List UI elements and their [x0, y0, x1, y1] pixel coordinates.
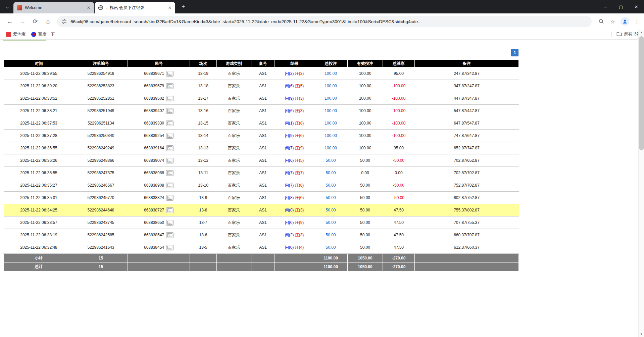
total-bet-link[interactable]: 100.00	[325, 121, 337, 126]
table-row[interactable]: 2025-11-22 06:33:57522986243745663838650…	[4, 216, 519, 229]
foot-cell	[217, 254, 251, 262]
cell-total-bet: 50.00	[314, 216, 348, 229]
column-header: 有效投注	[348, 60, 383, 67]
vertical-scrollbar[interactable]: ▲ ▼	[638, 30, 644, 337]
cell-game-type: 百家乐	[217, 130, 251, 142]
cell-time: 2025-11-22 06:32:48	[4, 241, 74, 254]
total-bet-link[interactable]: 100.00	[325, 84, 337, 88]
foot-cell: 1100.00	[314, 262, 348, 271]
cell-table-no: AS1	[251, 216, 275, 229]
round-media-icon[interactable]	[166, 71, 174, 77]
cell-round: 663839671	[128, 67, 190, 80]
table-row[interactable]: 2025-11-22 06:37:53522986251134663839330…	[4, 117, 519, 130]
table-row[interactable]: 2025-11-22 06:36:55522986249249663839164…	[4, 142, 519, 154]
cell-time: 2025-11-22 06:34:25	[4, 204, 74, 216]
table-row[interactable]: 2025-11-22 06:38:21522986251949663839407…	[4, 105, 519, 117]
round-media-icon[interactable]	[166, 232, 174, 238]
round-media-icon[interactable]	[166, 121, 174, 126]
foot-cell: 小计	[4, 254, 74, 262]
tab-welcome[interactable]: Welcome ✕	[13, 2, 94, 13]
round-media-icon[interactable]	[166, 83, 174, 89]
cell-result: 闲(8) 庄(0)	[275, 192, 314, 204]
total-bet-link[interactable]: 50.00	[326, 233, 336, 237]
total-bet-link[interactable]: 100.00	[325, 108, 337, 113]
address-bar[interactable]: 66cxkj98.com/game/betrecord_search/kind3…	[57, 16, 592, 27]
table-row[interactable]: 2025-11-22 06:38:52522986252851663839502…	[4, 92, 519, 105]
forward-button[interactable]: →	[17, 16, 28, 27]
total-bet-link[interactable]: 50.00	[326, 220, 336, 225]
zoom-indicator-icon[interactable]	[598, 18, 605, 25]
tab-title: :::视讯 会员下注纪录:::	[106, 5, 167, 11]
table-row[interactable]: 2025-11-22 06:36:26522986248366663839074…	[4, 154, 519, 167]
total-bet-link[interactable]: 100.00	[325, 146, 337, 150]
bookmark-star-icon[interactable]: ☆	[609, 18, 616, 25]
column-header: 场次	[190, 60, 217, 67]
total-bet-link[interactable]: 50.00	[326, 158, 336, 163]
profile-avatar-icon[interactable]	[621, 17, 629, 26]
pagination-page-1[interactable]: 1	[511, 49, 518, 56]
cell-payout: 47.50	[383, 229, 415, 241]
table-row[interactable]: 2025-11-22 06:35:01522986245770663838824…	[4, 192, 519, 204]
total-bet-link[interactable]: 50.00	[326, 183, 336, 188]
total-bet-link[interactable]: 50.00	[326, 195, 336, 200]
table-row[interactable]: 2025-11-22 06:39:55522986254919663839671…	[4, 67, 519, 80]
scrollbar-thumb[interactable]	[639, 36, 644, 150]
round-media-icon[interactable]	[166, 183, 174, 188]
scroll-down-icon[interactable]: ▼	[639, 331, 644, 337]
back-button[interactable]: ←	[4, 16, 15, 27]
bookmark-aitaobao[interactable]: 爱淘宝	[3, 31, 29, 38]
table-row[interactable]: 2025-11-22 06:34:25522986244648663838727…	[4, 204, 519, 216]
round-media-icon[interactable]	[166, 145, 174, 151]
table-row[interactable]: 2025-11-22 06:35:55522986247375663838988…	[4, 167, 519, 179]
table-row[interactable]: 2025-11-22 06:39:20522986253823663839579…	[4, 80, 519, 92]
round-number: 663839254	[144, 133, 164, 138]
maximize-button[interactable]: ▢	[613, 0, 629, 13]
foot-cell	[190, 254, 217, 262]
bookmark-baidu[interactable]: 百度一下	[29, 31, 58, 38]
tab-bet-record[interactable]: :::视讯 会员下注纪录::: ✕	[95, 2, 175, 13]
tab-close-icon[interactable]: ✕	[86, 5, 91, 10]
total-bet-link[interactable]: 50.00	[326, 208, 336, 212]
tab-close-icon[interactable]: ✕	[167, 5, 172, 10]
tab-search-button[interactable]: ⌄	[3, 2, 12, 11]
scroll-up-icon[interactable]: ▲	[639, 30, 644, 35]
all-bookmarks-button[interactable]: 所有书签	[611, 32, 641, 37]
table-row[interactable]: 2025-11-22 06:37:28522986250340663839254…	[4, 130, 519, 142]
bet-table: 时间注单编号局号场次游戏类别桌号结果总投注有效投注总派彩备注 2025-11-2…	[3, 59, 519, 271]
cell-valid-bet: 100.00	[348, 92, 383, 105]
cell-session: 13-7	[190, 216, 217, 229]
cell-session: 13-12	[190, 154, 217, 167]
site-settings-icon[interactable]	[61, 18, 67, 25]
total-bet-link[interactable]: 100.00	[325, 71, 337, 76]
new-tab-button[interactable]: +	[179, 2, 188, 11]
table-row[interactable]: 2025-11-22 06:32:48522986241643663838454…	[4, 241, 519, 254]
total-row: 总计151100.001050.00-270.00	[4, 262, 519, 271]
menu-kebab-icon[interactable]: ⋮	[633, 18, 641, 25]
cell-remark: 247.87/342.87	[415, 67, 519, 80]
round-media-icon[interactable]	[166, 158, 174, 163]
cell-table-no: AS1	[251, 92, 275, 105]
round-media-icon[interactable]	[166, 220, 174, 226]
home-button[interactable]: ⌂	[42, 16, 54, 27]
column-header: 桌号	[251, 60, 275, 67]
round-media-icon[interactable]	[166, 245, 174, 250]
table-row[interactable]: 2025-11-22 06:33:19522986242585663838547…	[4, 229, 519, 241]
cell-valid-bet: 50.00	[348, 241, 383, 254]
total-bet-link[interactable]: 50.00	[326, 171, 336, 175]
cell-valid-bet: 50.00	[348, 154, 383, 167]
round-media-icon[interactable]	[166, 96, 174, 101]
reload-button[interactable]: ⟳	[30, 16, 41, 27]
round-media-icon[interactable]	[166, 207, 174, 213]
total-bet-link[interactable]: 100.00	[325, 133, 337, 138]
minimize-button[interactable]: ─	[598, 0, 613, 13]
close-button[interactable]: ✕	[629, 0, 644, 13]
total-bet-link[interactable]: 100.00	[325, 96, 337, 101]
table-row[interactable]: 2025-11-22 06:35:27522986246567663838908…	[4, 179, 519, 192]
round-media-icon[interactable]	[166, 108, 174, 114]
round-media-icon[interactable]	[166, 133, 174, 139]
round-media-icon[interactable]	[166, 170, 174, 176]
cell-time: 2025-11-22 06:38:21	[4, 105, 74, 117]
round-media-icon[interactable]	[166, 195, 174, 201]
total-bet-link[interactable]: 50.00	[326, 245, 336, 250]
column-header: 结果	[275, 60, 314, 67]
